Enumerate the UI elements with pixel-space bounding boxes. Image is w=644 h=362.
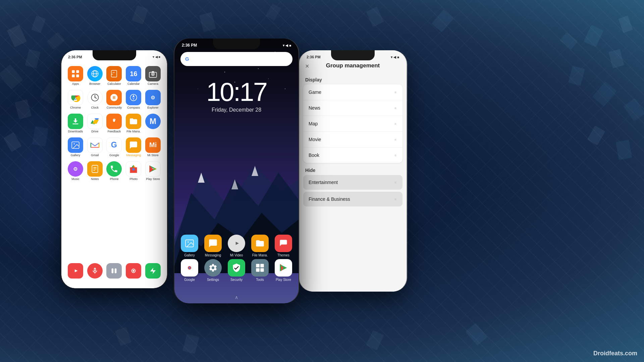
- app-messaging[interactable]: Messaging: [124, 136, 143, 159]
- svg-rect-68: [112, 268, 114, 274]
- app-community[interactable]: Community: [105, 88, 123, 111]
- group-management-content: Display Game ≡ News ≡ Map ≡: [299, 74, 407, 292]
- dock-google[interactable]: Google: [181, 259, 198, 282]
- time-right: 2:36 PM: [307, 55, 321, 59]
- app-apps[interactable]: Apps: [66, 65, 85, 87]
- app-mistore[interactable]: Mi Mi Store: [144, 136, 162, 159]
- app-m[interactable]: M: [144, 112, 162, 135]
- time-display: 10:17 Friday, December 28: [174, 79, 299, 113]
- svg-point-58: [73, 143, 74, 144]
- group-item-movie[interactable]: Movie ≡: [303, 132, 402, 147]
- dock-security[interactable]: Security: [228, 259, 245, 282]
- app-drive[interactable]: Drive: [86, 112, 104, 135]
- dock-filemanager[interactable]: File Mana.: [251, 235, 269, 257]
- dock-gallery[interactable]: Gallery: [181, 235, 198, 257]
- svg-marker-67: [75, 269, 78, 273]
- svg-marker-47: [132, 95, 135, 98]
- svg-rect-69: [115, 268, 117, 274]
- svg-rect-27: [72, 70, 74, 73]
- app-compass[interactable]: Compass: [124, 88, 143, 111]
- app-photos[interactable]: Photo: [124, 160, 143, 182]
- status-icons-center: ▾ ◀ ■: [283, 44, 291, 47]
- app-notes[interactable]: Notes: [86, 160, 104, 182]
- app-recorder[interactable]: [124, 262, 143, 280]
- svg-rect-96: [256, 264, 260, 267]
- app-voice[interactable]: [86, 262, 104, 280]
- dock-mivideo[interactable]: Mi Video: [228, 235, 245, 257]
- dock-messaging[interactable]: Messaging: [204, 235, 222, 257]
- status-bar-right: 2:36 PM ▾ ◀ ■: [299, 53, 407, 61]
- svg-point-76: [258, 68, 259, 69]
- group-item-book[interactable]: Book ≡: [303, 147, 402, 163]
- app-grid-bottom: [65, 260, 164, 282]
- svg-point-38: [152, 73, 154, 75]
- app-gallery[interactable]: Gallery: [66, 136, 85, 159]
- phones-container: 2:36 PM ▾ ◀ ■ Apps: [0, 0, 644, 362]
- display-list: Game ≡ News ≡ Map ≡ Movie: [303, 84, 402, 163]
- group-item-map[interactable]: Map ≡: [303, 116, 402, 132]
- app-browser[interactable]: Browser: [86, 65, 104, 87]
- app-miui[interactable]: [105, 262, 123, 280]
- phone-right-screen: 2:36 PM ▾ ◀ ■ × Group management Display: [299, 50, 407, 292]
- app-chrome[interactable]: Chrome: [66, 88, 85, 111]
- phone-center-screen: 2:36 PM ▾ ◀ ■ G 10:17 Friday, December 2…: [174, 39, 299, 303]
- search-bar-center[interactable]: G: [180, 52, 292, 66]
- hide-item-finance[interactable]: Finance & Business ≡: [303, 192, 402, 206]
- app-youtube[interactable]: [66, 262, 85, 280]
- app-clock[interactable]: Clock: [86, 88, 104, 111]
- svg-point-61: [75, 168, 76, 169]
- time-center: 2:36 PM: [182, 43, 197, 48]
- svg-marker-93: [236, 242, 239, 245]
- group-item-news[interactable]: News ≡: [303, 100, 402, 116]
- status-icons-right: ▾ ◀ ■: [391, 55, 399, 59]
- svg-point-50: [152, 97, 153, 98]
- app-playstore[interactable]: Play Store: [144, 160, 162, 182]
- app-feedback[interactable]: ? Feedback: [105, 112, 123, 135]
- clock-date: Friday, December 28: [174, 107, 299, 113]
- svg-point-92: [187, 241, 189, 243]
- status-icons-left: ▾ ◀ ■: [153, 55, 160, 59]
- svg-text:G: G: [111, 140, 117, 149]
- phone-left-screen: 2:36 PM ▾ ◀ ■ Apps: [61, 50, 167, 288]
- svg-rect-97: [260, 264, 264, 267]
- dock-tools[interactable]: Tools: [251, 259, 269, 282]
- app-grid-left: Apps Browser +π$≡ Calculator: [65, 63, 164, 184]
- svg-point-45: [95, 97, 95, 98]
- phone-center: 2:36 PM ▾ ◀ ■ G 10:17 Friday, December 2…: [174, 39, 299, 303]
- app-calculator[interactable]: +π$≡ Calculator: [105, 65, 123, 87]
- svg-rect-98: [256, 268, 260, 272]
- app-phone[interactable]: Phone: [105, 160, 123, 182]
- dock-playstore[interactable]: Play Store: [275, 259, 292, 282]
- app-explorer[interactable]: Explorer: [144, 88, 162, 111]
- svg-rect-29: [72, 74, 74, 77]
- svg-rect-30: [76, 74, 79, 77]
- svg-text:G: G: [185, 56, 189, 62]
- svg-rect-28: [76, 70, 79, 73]
- phone-right: 2:36 PM ▾ ◀ ■ × Group management Display: [299, 50, 407, 292]
- app-filemanager[interactable]: File Mana.: [124, 112, 143, 135]
- app-calendar[interactable]: 16 Calendar: [124, 65, 143, 87]
- app-downloads[interactable]: Downloads: [66, 112, 85, 135]
- home-indicator: ∧: [235, 295, 238, 300]
- google-logo: G: [185, 56, 192, 62]
- app-gmail[interactable]: Gmail: [86, 136, 104, 159]
- clock-time: 10:17: [174, 79, 299, 105]
- app-music[interactable]: Music: [66, 160, 85, 182]
- watermark: Droidfeats.com: [593, 350, 637, 357]
- notch-left: [93, 50, 136, 60]
- svg-point-74: [224, 72, 225, 72]
- hide-label: Hide: [299, 163, 407, 175]
- display-label: Display: [299, 74, 407, 84]
- dock-settings[interactable]: Settings: [204, 259, 222, 282]
- svg-rect-99: [260, 268, 264, 272]
- app-google[interactable]: G Google: [105, 136, 123, 159]
- app-flash[interactable]: [144, 262, 162, 280]
- svg-point-66: [132, 168, 135, 170]
- hide-item-entertainment[interactable]: Entertainment ≡: [303, 175, 402, 190]
- dock-row-1: Gallery Messaging Mi Video: [174, 235, 299, 257]
- svg-point-71: [133, 270, 135, 272]
- group-item-game[interactable]: Game ≡: [303, 84, 402, 100]
- app-camera[interactable]: Camera: [144, 65, 162, 87]
- dock-themes[interactable]: Themes: [275, 235, 292, 257]
- svg-marker-48: [132, 98, 135, 101]
